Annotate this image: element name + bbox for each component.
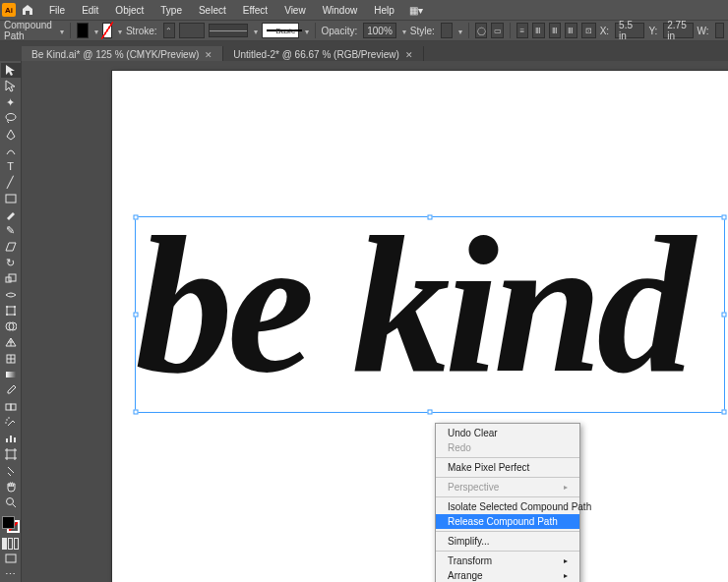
align-to-icon[interactable]: ▭ xyxy=(491,23,503,38)
align-h-icon[interactable]: ≡ xyxy=(516,23,528,38)
stroke-profile-preview[interactable] xyxy=(209,24,248,37)
separator xyxy=(315,23,316,38)
svg-point-0 xyxy=(6,114,16,121)
canvas-area[interactable]: be kind Undo Clear Redo Make Pixel Perfe… xyxy=(22,61,728,582)
line-segment-tool[interactable]: ╱ xyxy=(1,175,21,190)
rotate-tool[interactable]: ↻ xyxy=(1,255,21,269)
ctx-make-pixel-perfect[interactable]: Make Pixel Perfect xyxy=(436,460,579,475)
magic-wand-tool[interactable]: ✦ xyxy=(1,95,21,110)
artwork-be-kind[interactable]: be kind xyxy=(135,213,728,420)
stroke-weight-field[interactable] xyxy=(179,23,205,38)
menu-help[interactable]: Help xyxy=(366,3,402,18)
zoom-tool[interactable] xyxy=(1,495,21,510)
perspective-grid-tool[interactable] xyxy=(1,335,21,350)
slice-tool[interactable] xyxy=(1,463,21,478)
ctx-perspective: Perspective xyxy=(436,480,579,495)
recolor-icon[interactable]: ◯ xyxy=(475,23,487,38)
opacity-label: Opacity: xyxy=(322,26,358,36)
brush-definition[interactable]: Basic xyxy=(262,23,298,38)
transform-anchor-icon[interactable]: ⊡ xyxy=(581,23,596,38)
fill-box[interactable] xyxy=(2,516,15,529)
fill-swatch[interactable] xyxy=(77,23,89,38)
menu-object[interactable]: Object xyxy=(107,3,152,18)
app-logo[interactable]: Ai xyxy=(2,3,16,17)
mesh-tool[interactable] xyxy=(1,351,21,366)
type-tool[interactable]: T xyxy=(1,159,21,174)
ctx-undo[interactable]: Undo Clear xyxy=(436,426,579,440)
blend-tool[interactable] xyxy=(1,399,21,414)
workspace-switcher-icon[interactable]: ▦▾ xyxy=(409,5,423,16)
svg-rect-14 xyxy=(11,404,16,410)
ctx-arrange[interactable]: Arrange xyxy=(436,568,579,582)
stroke-label: Stroke: xyxy=(126,26,157,36)
style-dropdown[interactable] xyxy=(456,26,462,36)
gradient-tool[interactable] xyxy=(1,367,21,381)
fill-dropdown[interactable] xyxy=(92,26,98,36)
align-v2-icon[interactable]: Ⅲ xyxy=(549,23,561,38)
hand-tool[interactable] xyxy=(1,479,21,494)
brush-dropdown[interactable] xyxy=(303,26,309,36)
free-transform-tool[interactable] xyxy=(1,303,21,318)
width-tool[interactable] xyxy=(1,287,21,302)
ctx-simplify[interactable]: Simplify... xyxy=(436,534,579,549)
rectangle-tool[interactable] xyxy=(1,191,21,205)
stroke-swatch[interactable] xyxy=(102,23,112,38)
menu-type[interactable]: Type xyxy=(152,3,190,18)
opacity-field[interactable]: 100% xyxy=(363,23,396,38)
close-icon[interactable]: ✕ xyxy=(405,50,413,60)
draw-mode-controls[interactable] xyxy=(2,538,20,551)
screen-mode-toggle[interactable] xyxy=(1,551,21,565)
selection-type-dropdown[interactable] xyxy=(58,26,64,36)
w-field[interactable] xyxy=(715,23,724,38)
stroke-weight-link-icon[interactable]: ⌃ xyxy=(163,23,175,38)
menu-window[interactable]: Window xyxy=(315,3,366,18)
svg-rect-4 xyxy=(7,307,15,315)
eyedropper-tool[interactable] xyxy=(1,383,21,398)
svg-rect-21 xyxy=(7,450,15,458)
eraser-tool[interactable] xyxy=(1,239,21,254)
separator xyxy=(468,23,469,38)
separator xyxy=(436,531,579,532)
close-icon[interactable]: ✕ xyxy=(205,50,212,60)
pen-tool[interactable] xyxy=(1,127,21,142)
menu-select[interactable]: Select xyxy=(191,3,234,18)
scale-tool[interactable] xyxy=(1,271,21,286)
ctx-isolate-compound-path[interactable]: Isolate Selected Compound Path xyxy=(436,499,579,514)
curvature-tool[interactable] xyxy=(1,143,21,157)
svg-rect-19 xyxy=(10,436,12,442)
column-graph-tool[interactable] xyxy=(1,431,21,445)
fill-stroke-control[interactable] xyxy=(1,515,21,534)
svg-rect-23 xyxy=(6,554,16,562)
stroke-dropdown[interactable] xyxy=(116,26,122,36)
y-field[interactable]: 2.75 in xyxy=(663,23,693,38)
menu-effect[interactable]: Effect xyxy=(235,3,275,18)
style-swatch[interactable] xyxy=(441,23,453,38)
shape-builder-tool[interactable] xyxy=(1,320,21,334)
x-label: X: xyxy=(600,26,609,36)
pencil-tool[interactable]: ✎ xyxy=(1,223,21,238)
menu-view[interactable]: View xyxy=(276,3,314,18)
home-icon[interactable] xyxy=(21,3,34,17)
artboard-tool[interactable] xyxy=(1,447,21,462)
svg-point-6 xyxy=(14,306,16,308)
ctx-release-compound-path[interactable]: Release Compound Path xyxy=(436,514,579,529)
selection-tool[interactable] xyxy=(1,63,21,78)
menu-file[interactable]: File xyxy=(41,3,73,18)
stroke-profile-dropdown[interactable] xyxy=(252,26,258,36)
document-tabs: Be Kind.ai* @ 125 % (CMYK/Preview) ✕ Unt… xyxy=(0,41,728,63)
control-bar: Compound Path Stroke: ⌃ Basic Opacity: 1… xyxy=(0,20,728,41)
lasso-tool[interactable] xyxy=(1,111,21,126)
svg-point-22 xyxy=(6,498,13,505)
x-field[interactable]: 5.5 in xyxy=(615,23,644,38)
opacity-dropdown[interactable] xyxy=(400,26,406,36)
align-v3-icon[interactable]: Ⅲ xyxy=(565,23,576,38)
menu-edit[interactable]: Edit xyxy=(74,3,106,18)
ctx-redo: Redo xyxy=(436,440,579,455)
direct-selection-tool[interactable] xyxy=(1,79,21,93)
symbol-sprayer-tool[interactable] xyxy=(1,415,21,430)
ctx-transform[interactable]: Transform xyxy=(436,553,579,568)
panel-toggle[interactable]: ⋯ xyxy=(1,567,21,582)
svg-point-17 xyxy=(5,422,7,424)
paintbrush-tool[interactable] xyxy=(1,207,21,222)
align-v1-icon[interactable]: Ⅲ xyxy=(532,23,544,38)
